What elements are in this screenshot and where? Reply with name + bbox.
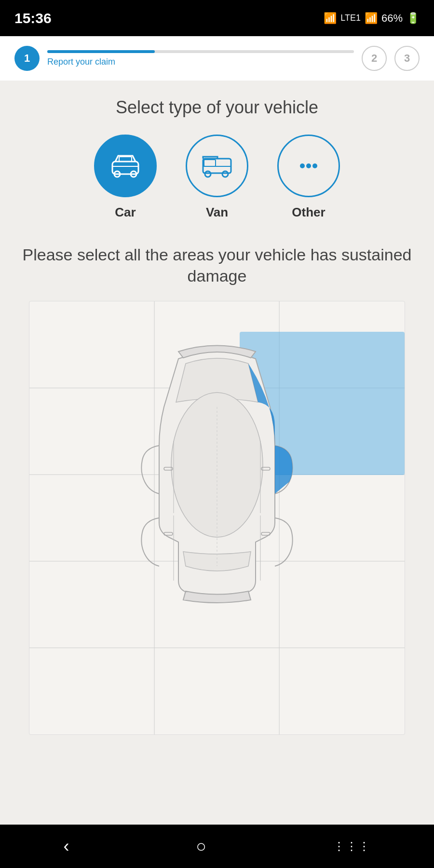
car-icon-circle[interactable] — [94, 135, 157, 197]
vehicle-option-car[interactable]: Car — [94, 135, 157, 220]
signal-icon: 📶 — [365, 12, 378, 25]
other-label: Other — [292, 205, 325, 220]
vehicle-option-other[interactable]: Other — [277, 135, 340, 220]
progress-bar-fill — [47, 50, 155, 53]
svg-rect-6 — [204, 160, 216, 166]
step-1-circle: 1 — [14, 46, 40, 71]
svg-rect-0 — [112, 162, 138, 174]
car-top-view — [101, 330, 333, 706]
other-icon — [292, 149, 326, 183]
step-label: Report your claim — [47, 57, 115, 67]
wifi-icon: 📶 — [324, 12, 337, 25]
svg-point-11 — [306, 163, 311, 168]
step-2-circle: 2 — [362, 46, 387, 71]
status-bar: 15:36 📶 LTE1 📶 66% 🔋 — [0, 0, 434, 36]
lte-label: LTE1 — [340, 13, 361, 23]
van-icon-circle[interactable] — [186, 135, 248, 197]
vehicle-section-title: Select type of your vehicle — [14, 97, 420, 118]
vehicle-option-van[interactable]: Van — [186, 135, 248, 220]
damage-section-title: Please select all the areas your vehicle… — [14, 244, 420, 286]
back-button[interactable]: ‹ — [49, 831, 83, 861]
battery-icon: 🔋 — [407, 12, 420, 25]
van-label: Van — [206, 205, 228, 220]
vehicle-options: Car Van — [14, 135, 420, 220]
car-icon — [108, 149, 142, 183]
status-icons: 📶 LTE1 📶 66% 🔋 — [324, 12, 420, 25]
nav-bar: ‹ ○ ⋮⋮⋮ — [0, 825, 434, 868]
status-time: 15:36 — [14, 10, 52, 27]
progress-bar — [47, 50, 354, 53]
svg-point-7 — [205, 171, 211, 177]
svg-point-12 — [312, 163, 317, 168]
main-content: Select type of your vehicle Car — [0, 81, 434, 825]
home-button[interactable]: ○ — [181, 831, 221, 861]
battery-label: 66% — [381, 12, 403, 25]
other-icon-circle[interactable] — [277, 135, 340, 197]
car-label: Car — [115, 205, 136, 220]
car-diagram[interactable] — [29, 301, 405, 735]
menu-button[interactable]: ⋮⋮⋮ — [319, 835, 385, 858]
step-3-circle: 3 — [394, 46, 420, 71]
van-icon — [200, 149, 234, 183]
svg-point-8 — [222, 171, 228, 177]
progress-area: 1 Report your claim 2 3 — [0, 36, 434, 81]
svg-point-10 — [300, 163, 305, 168]
